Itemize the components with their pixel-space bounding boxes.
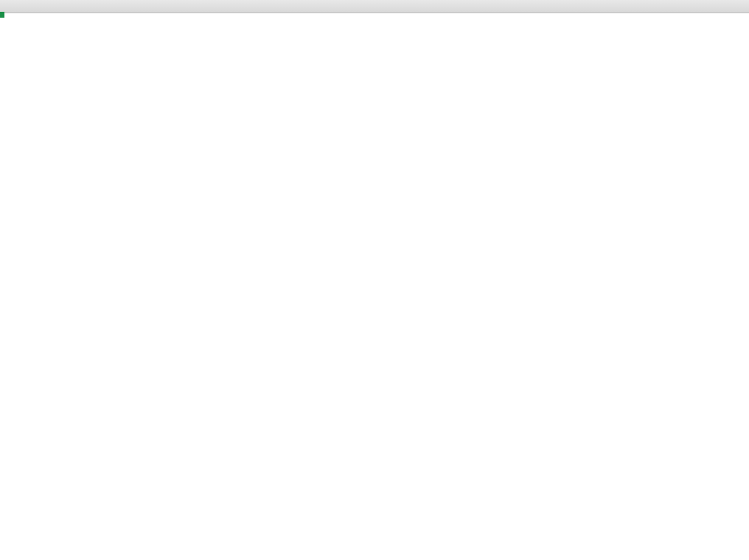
spreadsheet — [0, 0, 749, 560]
window-topbar — [0, 0, 749, 13]
selection-outline — [0, 13, 3, 16]
